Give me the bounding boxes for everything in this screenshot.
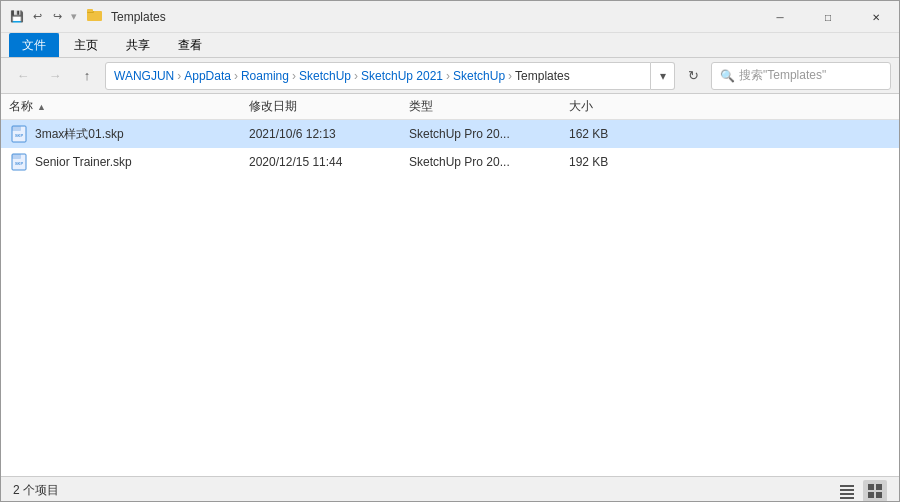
- minimize-button[interactable]: ─: [757, 1, 803, 33]
- close-button[interactable]: ✕: [853, 1, 899, 33]
- svg-rect-10: [840, 489, 854, 491]
- svg-rect-15: [868, 492, 874, 498]
- file-size-1: 192 KB: [569, 155, 649, 169]
- col-header-type[interactable]: 类型: [409, 98, 569, 115]
- svg-rect-4: [12, 126, 21, 131]
- title-folder-icon: [87, 8, 103, 25]
- sort-arrow-name: ▲: [37, 102, 46, 112]
- ribbon-tabs: 文件 主页 共享 查看: [1, 33, 899, 57]
- file-row-1[interactable]: SKP Senior Trainer.skp 2020/12/15 11:44 …: [1, 148, 899, 176]
- main-content: 名称 ▲ 修改日期 类型 大小 SKP: [1, 94, 899, 476]
- search-icon: 🔍: [720, 69, 735, 83]
- svg-rect-7: [12, 154, 21, 159]
- title-bar: 💾 ↩ ↪ ▾ Templates ─ □ ✕: [1, 1, 899, 33]
- details-view-button[interactable]: [835, 480, 859, 502]
- title-bar-icons: 💾 ↩ ↪ ▾: [9, 8, 103, 25]
- quick-access-icon[interactable]: 💾: [9, 9, 25, 25]
- separator: ▾: [71, 10, 77, 23]
- col-header-size[interactable]: 大小: [569, 98, 649, 115]
- address-dropdown-button[interactable]: ▾: [651, 62, 675, 90]
- svg-rect-11: [840, 493, 854, 495]
- svg-rect-13: [868, 484, 874, 490]
- file-icon-0: SKP: [9, 125, 29, 143]
- tab-home[interactable]: 主页: [61, 33, 111, 57]
- address-path: WANGJUN › AppData › Roaming › SketchUp ›…: [114, 69, 570, 83]
- svg-text:SKP: SKP: [15, 133, 24, 138]
- svg-rect-16: [876, 492, 882, 498]
- svg-rect-2: [87, 9, 93, 12]
- file-list-header: 名称 ▲ 修改日期 类型 大小: [1, 94, 899, 120]
- status-count: 2 个项目: [13, 482, 59, 499]
- refresh-button[interactable]: ↻: [679, 62, 707, 90]
- ribbon: 文件 主页 共享 查看: [1, 33, 899, 58]
- address-bar-area: ← → ↑ WANGJUN › AppData › Roaming › Sket…: [1, 58, 899, 94]
- file-date-1: 2020/12/15 11:44: [249, 155, 409, 169]
- back-button[interactable]: ←: [9, 62, 37, 90]
- file-list: 名称 ▲ 修改日期 类型 大小 SKP: [1, 94, 899, 476]
- file-name-1: Senior Trainer.skp: [35, 155, 132, 169]
- svg-rect-12: [840, 497, 854, 499]
- file-row-0[interactable]: SKP 3max样式01.skp 2021/10/6 12:13 SketchU…: [1, 120, 899, 148]
- tab-view[interactable]: 查看: [165, 33, 215, 57]
- file-name-0: 3max样式01.skp: [35, 126, 124, 143]
- search-bar[interactable]: 🔍 搜索"Templates": [711, 62, 891, 90]
- status-bar: 2 个项目: [1, 476, 899, 502]
- svg-rect-14: [876, 484, 882, 490]
- svg-rect-9: [840, 485, 854, 487]
- undo-icon[interactable]: ↩: [29, 9, 45, 25]
- view-controls: [835, 480, 887, 502]
- tab-file[interactable]: 文件: [9, 33, 59, 57]
- file-date-0: 2021/10/6 12:13: [249, 127, 409, 141]
- tab-share[interactable]: 共享: [113, 33, 163, 57]
- address-bar[interactable]: WANGJUN › AppData › Roaming › SketchUp ›…: [105, 62, 651, 90]
- file-type-0: SketchUp Pro 20...: [409, 127, 569, 141]
- forward-button[interactable]: →: [41, 62, 69, 90]
- col-header-date[interactable]: 修改日期: [249, 98, 409, 115]
- svg-text:SKP: SKP: [15, 161, 24, 166]
- redo-icon[interactable]: ↪: [49, 9, 65, 25]
- file-type-1: SketchUp Pro 20...: [409, 155, 569, 169]
- window-controls: ─ □ ✕: [757, 1, 899, 33]
- search-placeholder: 搜索"Templates": [739, 67, 826, 84]
- col-header-name[interactable]: 名称 ▲: [9, 98, 249, 115]
- tiles-view-button[interactable]: [863, 480, 887, 502]
- up-button[interactable]: ↑: [73, 62, 101, 90]
- file-size-0: 162 KB: [569, 127, 649, 141]
- file-icon-1: SKP: [9, 153, 29, 171]
- maximize-button[interactable]: □: [805, 1, 851, 33]
